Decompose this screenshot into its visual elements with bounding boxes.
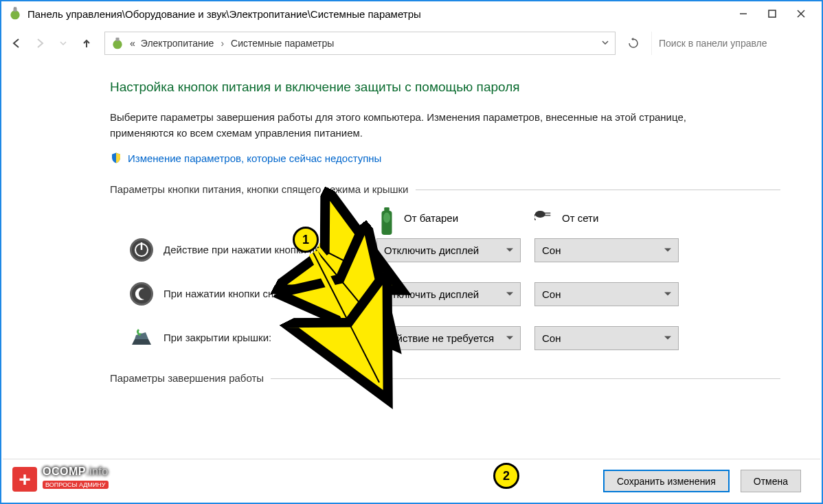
footer: Сохранить изменения Отмена	[3, 459, 820, 503]
chevron-down-icon[interactable]	[601, 38, 609, 49]
row-label: При нажатии кнопки сна:	[164, 287, 376, 301]
plus-icon: +	[11, 466, 38, 493]
lid-close-icon	[129, 325, 154, 350]
column-label: От сети	[562, 212, 598, 224]
sleep-button-battery-dropdown[interactable]: Отключить дисплей	[376, 282, 521, 306]
forward-button[interactable]	[30, 34, 49, 53]
maximize-button[interactable]	[764, 5, 780, 22]
watermark-logo: + OCOMP.info ВОПРОСЫ АДМИНУ	[11, 464, 121, 496]
power-options-icon	[111, 36, 124, 50]
plug-icon	[534, 207, 555, 228]
svg-point-0	[10, 10, 19, 19]
svg-point-8	[113, 40, 122, 49]
minimize-button[interactable]	[735, 5, 752, 22]
svg-rect-1	[14, 8, 17, 12]
power-options-icon	[8, 7, 22, 21]
recent-dropdown-button[interactable]	[54, 34, 73, 53]
column-label: От батареи	[404, 212, 458, 224]
section-title: Параметры кнопки питания, кнопки спящего…	[110, 183, 409, 195]
svg-point-13	[535, 211, 545, 218]
lid-close-plugged-dropdown[interactable]: Сон	[534, 326, 679, 350]
section-header: Параметры завершения работы	[110, 372, 780, 384]
lid-close-battery-dropdown[interactable]: Действие не требуется	[376, 326, 521, 350]
svg-point-12	[383, 213, 390, 223]
uac-shield-icon	[110, 152, 122, 164]
svg-rect-11	[384, 207, 390, 211]
save-button[interactable]: Сохранить изменения	[603, 470, 730, 492]
svg-rect-15	[545, 215, 550, 216]
svg-rect-2	[14, 7, 14, 9]
close-button[interactable]	[793, 5, 809, 22]
back-button[interactable]	[7, 34, 26, 53]
annotation-marker-1: 1	[293, 227, 319, 253]
page-description: Выберите параметры завершения работы для…	[110, 110, 728, 141]
change-unavailable-settings-link[interactable]: Изменение параметров, которые сейчас нед…	[110, 152, 780, 164]
window-title: Панель управления\Оборудование и звук\Эл…	[27, 8, 735, 20]
svg-rect-9	[116, 38, 120, 41]
breadcrumb-prefix: «	[130, 38, 135, 49]
divider	[416, 190, 780, 190]
svg-rect-14	[545, 213, 550, 214]
page-title: Настройка кнопок питания и включение защ…	[110, 80, 780, 95]
cancel-button[interactable]: Отмена	[741, 470, 801, 492]
navbar: « Электропитание › Системные параметры	[1, 26, 822, 60]
section-title: Параметры завершения работы	[110, 372, 264, 384]
breadcrumb[interactable]: « Электропитание › Системные параметры	[104, 32, 616, 55]
divider	[271, 378, 780, 379]
row-label: При закрытии крышки:	[164, 331, 376, 345]
sleep-button-plugged-dropdown[interactable]: Сон	[534, 282, 679, 306]
svg-rect-3	[15, 7, 16, 9]
chevron-right-icon: ›	[219, 38, 225, 49]
column-headers: От батареи От сети	[110, 207, 780, 228]
titlebar: Панель управления\Оборудование и звук\Эл…	[1, 1, 822, 26]
svg-rect-5	[769, 10, 776, 17]
power-button-icon	[129, 238, 154, 262]
power-button-battery-dropdown[interactable]: Отключить дисплей	[376, 238, 521, 262]
battery-icon	[376, 207, 397, 228]
refresh-button[interactable]	[622, 32, 644, 54]
sleep-button-icon	[129, 282, 154, 306]
plugged-column-header: От сети	[534, 207, 692, 228]
row-label: Действие при нажатии кнопки питания:	[164, 243, 376, 257]
svg-point-21	[132, 284, 151, 303]
annotation-marker-2: 2	[493, 463, 519, 489]
breadcrumb-item[interactable]: Системные параметры	[231, 38, 334, 49]
search-input[interactable]	[651, 32, 816, 55]
settings-grid: Действие при нажатии кнопки питания: Отк…	[110, 238, 780, 350]
up-button[interactable]	[77, 34, 96, 53]
window-controls	[735, 5, 815, 22]
battery-column-header: От батареи	[376, 207, 534, 228]
section-header: Параметры кнопки питания, кнопки спящего…	[110, 183, 780, 195]
power-button-plugged-dropdown[interactable]: Сон	[534, 238, 679, 262]
breadcrumb-item[interactable]: Электропитание	[141, 38, 214, 49]
content-area: Настройка кнопок питания и включение защ…	[1, 60, 822, 384]
uac-link-text: Изменение параметров, которые сейчас нед…	[128, 152, 381, 164]
